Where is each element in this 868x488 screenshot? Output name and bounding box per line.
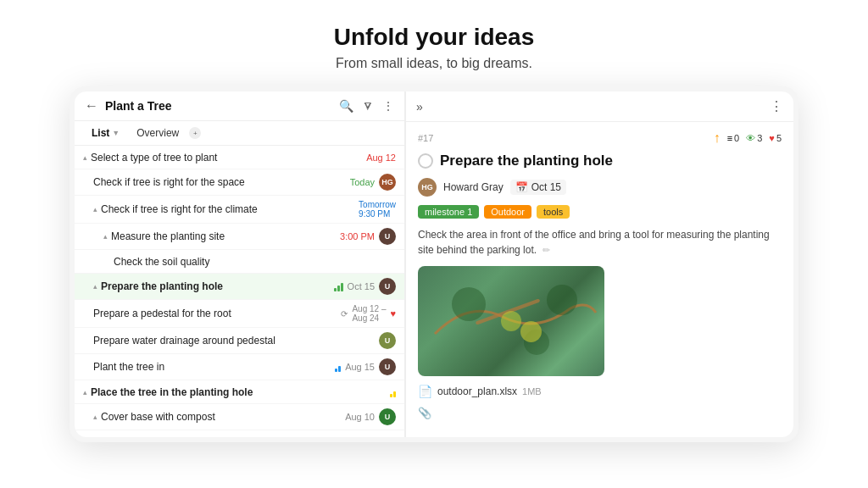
task-row-highlighted[interactable]: ▴ Prepare the planting hole Oct 15 U (75, 274, 404, 300)
task-arrow: ▴ (93, 205, 97, 214)
eye-stat: 👁 3 (746, 133, 762, 143)
task-row[interactable]: Prepare water drainage around pedestal U (75, 328, 404, 354)
task-date: Tomorrow9:30 PM (359, 200, 396, 219)
heart-count: 5 (776, 133, 782, 143)
task-meta: Aug 10 U (345, 408, 396, 425)
list-count: 0 (734, 133, 739, 143)
hero-section: Unfold your ideas From small ideas, to b… (334, 0, 534, 86)
hero-title: Unfold your ideas (334, 24, 534, 51)
task-row[interactable]: ▴ Measure the planting site 3:00 PM U (75, 224, 404, 250)
avatar: U (379, 228, 396, 245)
description-text: Check the area in front of the office an… (418, 229, 770, 256)
right-header: » ⋮ (406, 92, 793, 122)
svg-point-3 (524, 330, 549, 355)
task-meta: U (379, 332, 396, 349)
task-row[interactable]: ▴ Cover base with compost Aug 10 U (75, 404, 404, 430)
back-button[interactable]: ← (85, 98, 98, 114)
sync-icon: ⟳ (341, 309, 348, 319)
left-panel: ← Plant a Tree 🔍 ⛛ ⋮ List ▼ Overview (75, 92, 405, 437)
tab-bar: List ▼ Overview + (75, 121, 404, 146)
task-meta: Aug 15 U (335, 358, 396, 375)
task-arrow: ▴ (83, 388, 87, 396)
svg-point-1 (452, 287, 486, 321)
task-row[interactable]: Check if tree is right for the space Tod… (75, 169, 404, 196)
task-meta: Aug 12 (366, 152, 396, 163)
tags-row: milestone 1 Outdoor tools (418, 205, 782, 219)
task-row[interactable]: Prepare a pedestal for the root ⟳ Aug 12… (75, 300, 404, 328)
app-container: ← Plant a Tree 🔍 ⛛ ⋮ List ▼ Overview (70, 86, 798, 442)
avatar: HG (379, 174, 396, 191)
task-row[interactable]: ▴ Select a type of tree to plant Aug 12 (75, 146, 404, 169)
tag-milestone[interactable]: milestone 1 (418, 205, 479, 219)
due-date-badge[interactable]: 📅 Oct 15 (510, 180, 566, 195)
task-date: Aug 10 (345, 412, 375, 422)
task-name: Check if tree is right for the climate (101, 203, 359, 215)
task-date: Aug 12 (366, 152, 396, 163)
task-name: Check if tree is right for the space (93, 176, 350, 188)
task-name: Check the soil quality (114, 256, 396, 268)
avatar: U (379, 408, 396, 425)
task-meta: Oct 15 U (334, 278, 396, 295)
file-size: 1MB (522, 386, 542, 396)
task-arrow: ▴ (83, 153, 87, 162)
task-detail-name: Prepare the planting hole (440, 152, 613, 169)
task-description: Check the area in front of the office an… (418, 227, 782, 258)
task-name: Cover base with compost (101, 411, 345, 423)
due-date-text: Oct 15 (531, 181, 561, 193)
task-name: Plant the tree in (93, 361, 335, 373)
task-list: ▴ Select a type of tree to plant Aug 12 … (75, 146, 404, 437)
paperclip-icon: 📎 (418, 407, 431, 419)
more-icon[interactable]: ⋮ (382, 99, 394, 113)
tag-tools[interactable]: tools (537, 205, 570, 219)
tab-list-label: List (92, 127, 109, 139)
task-date: Today (350, 177, 375, 187)
calendar-icon: 📅 (515, 181, 528, 193)
task-row[interactable]: ▴ Check if tree is right for the climate… (75, 196, 404, 224)
edit-icon[interactable]: ✏ (542, 245, 550, 255)
file-attachment[interactable]: 📄 outdoor_plan.xlsx 1MB (418, 385, 782, 398)
file-icon: 📄 (418, 385, 432, 398)
task-arrow: ▴ (93, 413, 97, 421)
priority-bars (390, 387, 396, 397)
left-panel-title: Plant a Tree (105, 99, 332, 113)
assignee-row: HG Howard Gray 📅 Oct 15 (418, 178, 782, 197)
task-name: Place the tree in the planting hole (91, 386, 390, 398)
task-date: Aug 12 –Aug 24 (352, 304, 386, 323)
meta-icons: ↑ ≡ 0 👁 3 ♥ 5 (714, 130, 782, 146)
assignee-avatar: HG (418, 178, 437, 197)
aerial-image (418, 266, 604, 376)
filter-icon[interactable]: ⛛ (362, 99, 374, 113)
task-name: Select a type of tree to plant (91, 152, 366, 164)
tab-add[interactable]: + (189, 127, 201, 139)
right-body: #17 ↑ ≡ 0 👁 3 ♥ (406, 122, 793, 437)
svg-point-2 (547, 285, 577, 315)
task-row[interactable]: ▴ Place the tree in the planting hole (75, 380, 404, 404)
eye-count: 3 (757, 133, 762, 143)
task-meta (390, 387, 396, 397)
avatar: U (379, 278, 396, 295)
right-panel: » ⋮ #17 ↑ ≡ 0 👁 (406, 92, 793, 437)
task-checkbox[interactable] (418, 153, 433, 169)
task-arrow: ▴ (93, 282, 97, 291)
task-row[interactable]: Check the soil quality (75, 250, 404, 274)
tab-list-arrow: ▼ (112, 129, 120, 137)
search-icon[interactable]: 🔍 (339, 99, 353, 113)
list-icon: ≡ (727, 133, 732, 143)
tag-outdoor[interactable]: Outdoor (484, 205, 531, 219)
list-stat: ≡ 0 (727, 133, 740, 143)
heart-stat: ♥ 5 (769, 133, 782, 143)
task-row[interactable]: Plant the tree in Aug 15 U (75, 354, 404, 380)
right-more-icon[interactable]: ⋮ (770, 98, 783, 114)
file-name: outdoor_plan.xlsx (437, 385, 517, 397)
svg-point-0 (501, 311, 521, 331)
heart-icon: ♥ (390, 308, 396, 319)
avatar: U (379, 358, 396, 375)
task-date: 3:00 PM (340, 231, 375, 241)
tab-list[interactable]: List ▼ (85, 125, 126, 141)
header-icons: 🔍 ⛛ ⋮ (339, 99, 394, 113)
task-meta: Tomorrow9:30 PM (359, 200, 396, 219)
tab-overview[interactable]: Overview (130, 125, 186, 141)
hero-subtitle: From small ideas, to big dreams. (334, 56, 534, 71)
expand-icon[interactable]: » (416, 100, 423, 114)
eye-icon: 👁 (746, 133, 755, 143)
